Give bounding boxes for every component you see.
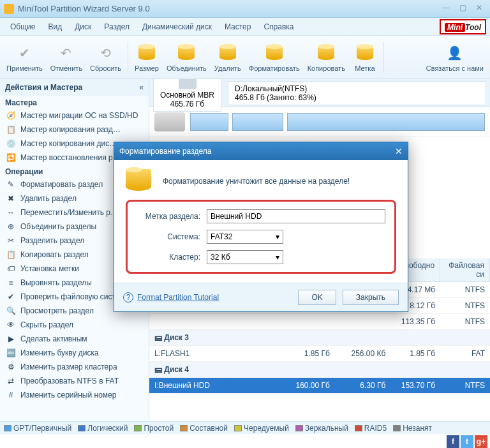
help-link[interactable]: ? Format Partition Tutorial	[123, 292, 219, 302]
disk-box-d[interactable]: D:Локальный(NTFS)465.8 Гб (Занято: 63%)	[228, 81, 486, 105]
minimize-button[interactable]: —	[439, 3, 453, 15]
operation-icon: 🔍	[5, 306, 17, 316]
support-icon: 👤	[445, 43, 465, 63]
operation-icon: ⇄	[5, 376, 17, 386]
window-title: MiniTool Partition Wizard Server 9.0	[18, 4, 436, 13]
dialog-form: Метка раздела: Система: FAT32▾ Кластер: …	[126, 200, 396, 274]
sidebar-item-label: Объединить разделы	[20, 222, 96, 231]
menu-dynamic[interactable]: Динамический диск	[136, 20, 218, 34]
sidebar-master-item[interactable]: 📋Мастер копирования разд…	[0, 123, 149, 137]
wizard-icon: 📋	[5, 124, 17, 135]
sidebar-header: Действия и Мастера «	[0, 79, 149, 96]
format-button[interactable]: Форматировать	[245, 41, 304, 73]
dialog-title: Форматирование раздела	[119, 147, 211, 156]
sidebar-operation-item[interactable]: ⇄Преобразовать NTFS в FAT	[0, 374, 149, 388]
partition-bar[interactable]	[190, 113, 228, 131]
sidebar-item-label: Преобразовать NTFS в FAT	[20, 377, 119, 385]
sidebar-operation-item[interactable]: ▶Сделать активным	[0, 332, 149, 346]
sidebar-operation-item[interactable]: #Изменить серийный номер	[0, 388, 149, 402]
undo-button[interactable]: ↶Отменить	[47, 41, 86, 73]
reset-icon: ⟲	[96, 43, 116, 63]
cancel-button[interactable]: Закрыть	[343, 290, 399, 305]
disk-overview-bar: Основной MBR465.76 Гб D:Локальный(NTFS)4…	[149, 79, 490, 107]
partition-label-input[interactable]	[207, 209, 385, 223]
sidebar-operation-item[interactable]: 🔤Изменить букву диска	[0, 346, 149, 360]
sidebar-item-label: Мастер миграции ОС на SSD/HD	[20, 111, 138, 120]
operation-icon: 👁	[5, 320, 17, 330]
copy-button[interactable]: Копировать	[304, 41, 349, 73]
twitter-button[interactable]: t	[461, 435, 473, 448]
legend-item: Составной	[180, 424, 228, 433]
legend-item: Чередуемый	[234, 424, 289, 433]
copy-icon	[316, 43, 336, 63]
filesystem-select[interactable]: FAT32▾	[207, 230, 283, 244]
operation-icon: ↔	[5, 207, 17, 218]
close-button[interactable]: ✕	[472, 3, 486, 15]
format-warning-icon	[126, 169, 154, 193]
disk-row[interactable]: 🖴 Диск 3	[149, 330, 490, 346]
wizard-icon: 🔁	[5, 153, 17, 163]
chevron-down-icon: ▾	[276, 232, 279, 241]
sidebar-master-item[interactable]: 🧭Мастер миграции ОС на SSD/HD	[0, 108, 149, 123]
sidebar-item-label: Форматировать раздел	[20, 180, 103, 189]
resize-button[interactable]: Размер	[131, 41, 163, 73]
label-button[interactable]: Метка	[349, 41, 381, 73]
dialog-close-button[interactable]: ✕	[395, 146, 403, 156]
toolbar: ✔Применить ↶Отменить ⟲Сбросить Размер Об…	[0, 36, 490, 79]
partition-row[interactable]: I:Внешний HDD160.00 Гб6.30 Гб153.70 ГбNT…	[149, 378, 490, 394]
sidebar-operation-item[interactable]: ⚙Изменить размер кластера	[0, 360, 149, 374]
menu-partition[interactable]: Раздел	[98, 20, 136, 34]
merge-button[interactable]: Объединить	[163, 41, 211, 73]
sidebar-item-label: Мастер копирования разд…	[20, 125, 121, 134]
legend-item: Зеркальный	[295, 424, 348, 433]
sidebar-item-label: Копировать раздел	[20, 250, 89, 259]
menubar: Общие Вид Диск Раздел Динамический диск …	[0, 18, 490, 36]
label-icon	[355, 43, 375, 63]
ok-button[interactable]: OK	[298, 290, 336, 305]
operation-icon: ⊕	[5, 221, 17, 232]
label-filesystem: Система:	[137, 232, 207, 241]
sidebar-item-label: Скрыть раздел	[20, 320, 73, 329]
menu-help[interactable]: Справка	[257, 20, 300, 34]
menu-general[interactable]: Общие	[4, 20, 41, 34]
partition-row[interactable]: 113.35 ГбNTFS	[149, 314, 490, 330]
resize-icon	[137, 43, 157, 63]
operation-icon: ≡	[5, 278, 17, 288]
operation-icon: 📋	[5, 250, 17, 260]
sidebar-item-label: Проверить файловую систему	[20, 292, 129, 301]
hdd-image-icon	[154, 112, 185, 131]
sidebar-item-label: Разделить раздел	[20, 236, 84, 245]
dialog-warning-text: Форматирование уничтожит все данные на р…	[163, 177, 350, 186]
sidebar-item-label: Сделать активным	[20, 334, 87, 343]
operation-icon: ✖	[5, 193, 17, 204]
legend-item: Логический	[78, 424, 128, 433]
sidebar-item-label: Изменить размер кластера	[20, 362, 117, 371]
menu-view[interactable]: Вид	[41, 20, 68, 34]
menu-disk[interactable]: Диск	[68, 20, 98, 34]
collapse-icon[interactable]: «	[139, 83, 144, 92]
partition-row[interactable]: L:FLASH11.85 Гб256.00 Кб1.85 ГбFAT	[149, 346, 490, 362]
disk-box-mbr[interactable]: Основной MBR465.76 Гб	[153, 79, 221, 112]
sidebar-item-label: Переместить/Изменить р…	[20, 208, 118, 217]
partition-bar[interactable]	[232, 113, 283, 131]
operation-icon: ▶	[5, 334, 17, 344]
facebook-button[interactable]: f	[447, 435, 459, 448]
cluster-select[interactable]: 32 Кб▾	[207, 250, 283, 264]
legend: GPT/ПервичныйЛогическийПростойСоставнойЧ…	[0, 421, 490, 434]
format-dialog: Форматирование раздела ✕ Форматирование …	[114, 142, 408, 312]
reset-button[interactable]: ⟲Сбросить	[86, 41, 125, 73]
support-button[interactable]: 👤Связаться с нами	[422, 41, 487, 73]
sidebar-item-label: Просмотреть раздел	[20, 306, 94, 315]
sidebar-operation-item[interactable]: 👁Скрыть раздел	[0, 318, 149, 332]
partition-bar[interactable]	[287, 113, 485, 131]
titlebar: MiniTool Partition Wizard Server 9.0 — ▢…	[0, 0, 490, 18]
apply-button[interactable]: ✔Применить	[3, 41, 47, 73]
maximize-button[interactable]: ▢	[456, 3, 470, 15]
group-masters: Мастера	[0, 96, 149, 108]
delete-button[interactable]: Удалить	[211, 41, 245, 73]
menu-wizard[interactable]: Мастер	[218, 20, 258, 34]
disk-row[interactable]: 🖴 Диск 4	[149, 362, 490, 378]
partition-strip	[149, 107, 490, 137]
label-cluster: Кластер:	[137, 253, 207, 262]
gplus-button[interactable]: g+	[475, 435, 487, 448]
